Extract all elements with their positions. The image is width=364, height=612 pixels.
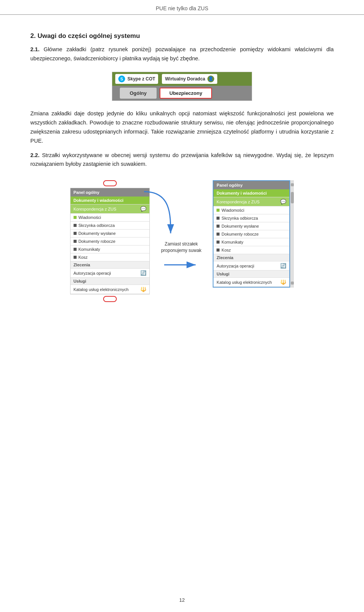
left-panel-header: Panel ogólny bbox=[71, 188, 149, 197]
right-panel-item-docs: Dokumenty i wiadomości bbox=[213, 189, 289, 197]
skype-tab: S Skype z COT bbox=[115, 74, 158, 84]
red-circle-top bbox=[103, 180, 117, 186]
left-panel-zlecenia-section: Zlecenia bbox=[71, 261, 149, 269]
right-panel-item-skrz: Skrzynka odbiorcza bbox=[213, 214, 289, 222]
icon-sq-dark-r3 bbox=[217, 233, 220, 236]
header-title: PUE nie tylko dla ZUS bbox=[156, 5, 209, 11]
icon-sq-dark5 bbox=[74, 256, 77, 259]
icon-sq-dark2 bbox=[74, 232, 77, 235]
chat-icon-right: 💬 bbox=[280, 199, 286, 205]
page-container: PUE nie tylko dla ZUS 2. Uwagi do części… bbox=[0, 0, 364, 612]
horizontal-arrow-svg bbox=[162, 259, 200, 271]
red-circle-bottom bbox=[103, 296, 117, 302]
left-panel-item-kom: Komunikaty bbox=[71, 245, 149, 253]
tab-bottom-bar: Ogólny Ubezpieczony bbox=[112, 86, 252, 101]
skype-icon: S bbox=[118, 76, 125, 82]
icon-sq-dark4 bbox=[74, 248, 77, 251]
comparison-screenshot: Panel ogólny Dokumenty i wiadomości Kore… bbox=[30, 180, 334, 302]
left-panel-item-skrz: Skrzynka odbiorcza bbox=[71, 222, 149, 230]
page-header: PUE nie tylko dla ZUS bbox=[0, 0, 364, 15]
right-panel-item-kosz: Kosz bbox=[213, 246, 289, 254]
person-icon: 👤 bbox=[207, 76, 214, 82]
tab-top-bar: S Skype z COT Wirtualny Doradca 👤 bbox=[112, 72, 252, 86]
main-content: 2. Uwagi do części ogólnej systemu 2.1. … bbox=[0, 15, 364, 332]
icon-sq-dark-r2 bbox=[217, 225, 220, 228]
left-panel-katalog: Katalog usług elektronicznych 🔱 bbox=[71, 285, 149, 294]
icon-sq-green bbox=[74, 216, 77, 219]
right-panel-wrapper: Panel ogólny Dokumenty i wiadomości Kore… bbox=[213, 180, 294, 288]
trident-icon-right: 🔱 bbox=[280, 279, 286, 285]
right-panel-zlecenia-section: Zlecenia bbox=[213, 254, 289, 261]
right-panel-autoryzacja: Autoryzacja operacji 🔄 bbox=[213, 261, 289, 271]
right-panel-item-docr: Dokumenty robocze bbox=[213, 230, 289, 238]
left-panel-item-wiad: Wiadomości bbox=[71, 214, 149, 222]
icon-sq-dark-r5 bbox=[217, 249, 220, 252]
section-2-2-paragraph-1: 2.2. Strzałki wykorzystywane w obecnej w… bbox=[30, 151, 334, 169]
left-panel-uslugi-section: Usługi bbox=[71, 278, 149, 285]
diagonal-arrow-svg bbox=[140, 184, 190, 249]
ogolny-tab-button[interactable]: Ogólny bbox=[120, 88, 157, 99]
right-panel-item-wiad: Wiadomości bbox=[213, 206, 289, 214]
left-panel-item-docs: Dokumenty i wiadomości bbox=[71, 197, 149, 205]
wirtualny-tab: Wirtualny Doradca 👤 bbox=[162, 74, 217, 84]
left-panel-autoryzacja: Autoryzacja operacji 🔄 bbox=[71, 269, 149, 278]
section-2-1-paragraph-1: 2.1. Główne zakładki (patrz rysunek poni… bbox=[30, 45, 334, 63]
icon-sq-dark-r1 bbox=[217, 217, 220, 220]
scrollbar-arrow-down bbox=[291, 282, 294, 285]
tabs-screenshot: S Skype z COT Wirtualny Doradca 👤 Ogólny… bbox=[112, 72, 252, 101]
icon-sq-dark3 bbox=[74, 240, 77, 243]
tab-screenshot-widget: S Skype z COT Wirtualny Doradca 👤 Ogólny… bbox=[112, 72, 252, 101]
icon-sq-dark1 bbox=[74, 224, 77, 227]
skype-label: Skype z COT bbox=[127, 76, 155, 82]
left-panel-item-kosz: Kosz bbox=[71, 253, 149, 261]
trident-icon-left: 🔱 bbox=[140, 286, 146, 292]
panel-scrollbar[interactable] bbox=[290, 180, 294, 288]
right-panel-katalog: Katalog usług elektronicznych 🔱 bbox=[213, 278, 289, 287]
icon-sq-green-r bbox=[217, 209, 220, 212]
right-panel-item-kom: Komunikaty bbox=[213, 238, 289, 246]
right-panel-inner: Panel ogólny Dokumenty i wiadomości Kore… bbox=[213, 181, 289, 287]
right-panel-uslugi-section: Usługi bbox=[213, 271, 289, 278]
page-number: 12 bbox=[179, 597, 185, 603]
icon-sq-dark-r4 bbox=[217, 241, 220, 244]
scrollbar-thumb[interactable] bbox=[291, 192, 294, 203]
section2-heading: 2. Uwagi do części ogólnej systemu bbox=[30, 32, 334, 40]
wirtualny-label: Wirtualny Doradca bbox=[165, 76, 205, 82]
right-panel: Panel ogólny Dokumenty i wiadomości Kore… bbox=[213, 180, 290, 288]
right-panel-item-docw: Dokumenty wysłane bbox=[213, 222, 289, 230]
right-panel-header: Panel ogólny bbox=[213, 181, 289, 189]
right-panel-item-kores: Korespondencja z ZUS 💬 bbox=[213, 197, 289, 206]
left-panel-item-docr: Dokumenty robocze bbox=[71, 238, 149, 245]
scrollbar-arrow-up bbox=[291, 183, 294, 186]
left-panel-item-kores: Korespondencja z ZUS 💬 bbox=[71, 205, 149, 214]
left-panel-wrapper: Panel ogólny Dokumenty i wiadomości Kore… bbox=[70, 180, 150, 302]
section-2-1-paragraph-2: Zmiana zakładki daje dostęp jedynie do k… bbox=[30, 109, 334, 146]
refresh-icon-right: 🔄 bbox=[280, 263, 286, 269]
ubezpieczony-tab-button[interactable]: Ubezpieczony bbox=[160, 88, 212, 99]
refresh-icon-left: 🔄 bbox=[140, 270, 146, 276]
left-panel-item-docw: Dokumenty wysłane bbox=[71, 230, 149, 238]
left-panel: Panel ogólny Dokumenty i wiadomości Kore… bbox=[70, 188, 150, 294]
